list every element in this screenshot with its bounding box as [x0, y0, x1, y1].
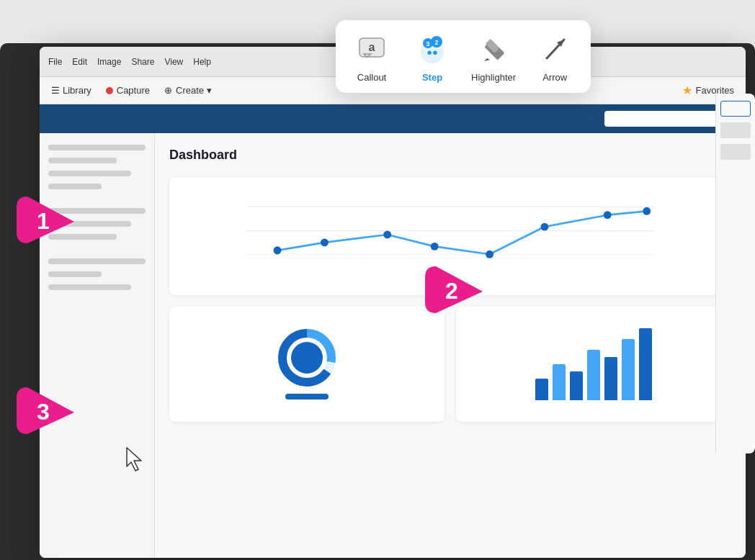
bar-7 [639, 328, 652, 400]
capture-dot-icon [106, 87, 113, 94]
svg-marker-32 [127, 448, 141, 471]
step-icon: ●● 2 3 [415, 32, 450, 66]
callout-icon: a [354, 32, 389, 66]
content-area: Dashboard [40, 133, 746, 558]
step-marker-2: 2 [421, 263, 486, 323]
star-icon: ★ [682, 83, 692, 97]
cursor-icon [124, 446, 146, 475]
hamburger-icon: ☰ [51, 85, 60, 96]
donut-bar [285, 394, 329, 399]
right-panel-line-1 [720, 122, 751, 138]
bar-4 [587, 350, 600, 400]
svg-text:●●: ●● [426, 47, 438, 58]
library-button[interactable]: ☰ Library [51, 85, 91, 96]
capture-label: Capture [117, 85, 150, 96]
svg-point-22 [540, 223, 548, 231]
annotation-toolbar-popup: a Callout ●● 2 3 Step [336, 20, 591, 93]
sidebar-line-10 [48, 284, 131, 290]
bar-2 [553, 364, 566, 400]
svg-point-19 [383, 231, 391, 239]
arrow-tool[interactable]: Arrow [533, 32, 576, 83]
create-button[interactable]: ⊕ Create ▾ [164, 85, 212, 96]
sidebar-line-2 [48, 158, 117, 163]
bar-3 [570, 371, 583, 400]
main-content: Dashboard [155, 133, 746, 558]
svg-text:3: 3 [37, 399, 50, 425]
svg-point-20 [431, 243, 439, 250]
svg-point-21 [486, 250, 493, 258]
main-app-window: File Edit Image Share View Help ☰ Librar… [40, 47, 746, 558]
highlighter-tool[interactable]: Highlighter [471, 32, 516, 83]
menu-edit[interactable]: Edit [72, 57, 87, 67]
svg-marker-9 [484, 58, 490, 61]
bar-chart-card [456, 307, 731, 422]
sidebar-line-9 [48, 271, 102, 277]
library-label: Library [63, 85, 91, 96]
sidebar-line-8 [48, 258, 146, 264]
arrow-label: Arrow [542, 72, 567, 83]
svg-point-24 [643, 207, 651, 215]
highlighter-label: Highlighter [471, 72, 516, 83]
arrow-icon [537, 32, 572, 66]
callout-tool[interactable]: a Callout [350, 32, 393, 83]
highlighter-icon [476, 32, 511, 66]
content-header-bar [40, 104, 746, 133]
bar-5 [604, 357, 617, 400]
donut-chart-card [169, 307, 444, 422]
menu-bar: File Edit Image Share View Help [48, 57, 211, 67]
sidebar-line-1 [48, 145, 146, 150]
capture-button[interactable]: Capture [106, 85, 150, 96]
menu-file[interactable]: File [48, 57, 62, 67]
right-side-panel [715, 94, 755, 453]
svg-text:3: 3 [426, 40, 429, 48]
plus-icon: ⊕ [164, 85, 172, 96]
menu-help[interactable]: Help [193, 57, 211, 67]
svg-text:1: 1 [37, 208, 50, 234]
svg-text:a: a [369, 41, 375, 53]
menu-view[interactable]: View [164, 57, 183, 67]
sidebar-line-3 [48, 171, 131, 176]
svg-text:2: 2 [445, 278, 458, 304]
step-tool[interactable]: ●● 2 3 Step [411, 32, 454, 83]
step-marker-1: 1 [13, 193, 78, 253]
step-marker-3: 3 [13, 384, 78, 444]
svg-point-18 [321, 238, 329, 246]
sidebar-line-4 [48, 184, 102, 189]
right-panel-line-blue [720, 101, 751, 117]
bar-1 [535, 379, 548, 400]
search-box[interactable] [604, 111, 734, 127]
menu-image[interactable]: Image [97, 57, 121, 67]
dashboard-title: Dashboard [169, 148, 731, 163]
right-panel-line-2 [720, 144, 751, 160]
create-label: Create ▾ [176, 85, 212, 96]
bottom-charts [169, 307, 731, 422]
svg-point-17 [274, 246, 282, 254]
svg-point-28 [291, 342, 323, 374]
svg-text:2: 2 [434, 39, 438, 46]
donut-svg [278, 329, 336, 387]
svg-point-23 [604, 211, 612, 219]
donut-wrapper [278, 329, 336, 399]
step-label: Step [422, 72, 442, 83]
callout-label: Callout [357, 72, 386, 83]
menu-share[interactable]: Share [131, 57, 154, 67]
bar-6 [622, 339, 635, 400]
bar-chart-wrapper [535, 328, 652, 400]
